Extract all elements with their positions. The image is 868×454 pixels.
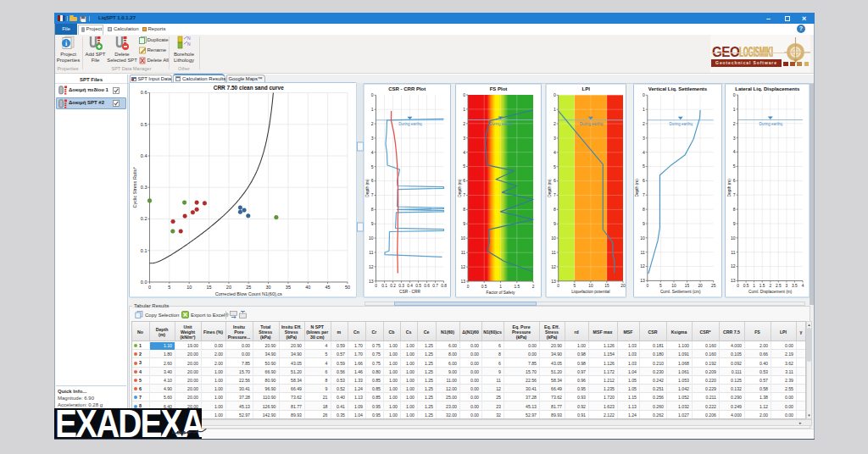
- svg-text:7: 7: [371, 192, 374, 197]
- svg-text:During earthq.: During earthq.: [760, 122, 784, 126]
- svg-text:0: 0: [371, 92, 374, 97]
- svg-text:0: 0: [737, 284, 739, 288]
- svg-text:4: 4: [643, 150, 645, 155]
- svg-text:5: 5: [643, 163, 645, 169]
- svg-text:0.6: 0.6: [141, 90, 147, 95]
- svg-text:During earthq.: During earthq.: [580, 122, 604, 126]
- svg-text:12: 12: [731, 263, 736, 269]
- svg-text:2: 2: [554, 121, 556, 126]
- svg-text:5: 5: [463, 163, 465, 169]
- svg-text:25: 25: [246, 285, 251, 290]
- svg-text:6: 6: [643, 178, 645, 183]
- svg-text:5: 5: [659, 284, 662, 288]
- svg-text:2: 2: [733, 121, 736, 126]
- svg-text:13: 13: [551, 279, 556, 284]
- svg-text:10: 10: [640, 235, 645, 241]
- svg-text:10: 10: [671, 284, 676, 288]
- svg-text:2: 2: [463, 121, 465, 126]
- svg-text:LPI: LPI: [582, 86, 591, 91]
- svg-text:8: 8: [463, 207, 465, 212]
- svg-text:3: 3: [733, 136, 736, 141]
- svg-text:During earthq.: During earthq.: [489, 122, 514, 126]
- svg-text:Depth (m): Depth (m): [727, 179, 732, 197]
- svg-text:5: 5: [554, 164, 556, 169]
- svg-text:7: 7: [643, 192, 645, 197]
- svg-text:13: 13: [369, 279, 374, 284]
- svg-text:CSR - CRR: CSR - CRR: [399, 290, 420, 294]
- svg-text:10: 10: [731, 235, 736, 241]
- svg-text:20: 20: [226, 285, 231, 290]
- svg-text:1: 1: [371, 107, 374, 112]
- svg-text:4: 4: [371, 150, 374, 155]
- svg-text:0: 0: [646, 284, 648, 288]
- svg-text:12: 12: [551, 264, 556, 269]
- svg-text:4: 4: [463, 150, 465, 155]
- svg-text:10: 10: [588, 284, 593, 288]
- svg-text:0.8: 0.8: [441, 284, 447, 288]
- svg-text:Cyclic Stress Ratio*: Cyclic Stress Ratio*: [132, 166, 137, 208]
- svg-text:7: 7: [463, 192, 465, 197]
- svg-text:5: 5: [371, 164, 374, 169]
- svg-text:13: 13: [460, 279, 465, 284]
- svg-text:1: 1: [733, 107, 736, 112]
- svg-text:12: 12: [640, 263, 645, 269]
- svg-text:1.5: 1.5: [514, 285, 520, 289]
- svg-text:12: 12: [460, 264, 465, 269]
- svg-text:9: 9: [733, 221, 736, 226]
- svg-text:6: 6: [554, 178, 556, 183]
- svg-text:35: 35: [286, 285, 291, 290]
- svg-text:5: 5: [573, 284, 576, 288]
- svg-text:6: 6: [371, 178, 374, 183]
- svg-text:Lateral Liq. Displacements: Lateral Liq. Displacements: [735, 86, 800, 91]
- svg-text:Factor of Safety: Factor of Safety: [487, 291, 515, 295]
- svg-text:0.5: 0.5: [481, 285, 487, 289]
- svg-text:0.1: 0.1: [141, 248, 147, 253]
- svg-text:13: 13: [640, 278, 645, 283]
- svg-text:1: 1: [753, 284, 755, 288]
- svg-text:8: 8: [733, 207, 736, 212]
- svg-text:CSR - CRR Plot: CSR - CRR Plot: [388, 86, 426, 91]
- svg-text:3: 3: [786, 284, 788, 288]
- svg-text:4: 4: [733, 149, 736, 154]
- svg-text:FS Plot: FS Plot: [490, 86, 508, 91]
- svg-text:0.4: 0.4: [141, 153, 147, 158]
- svg-text:2: 2: [532, 285, 535, 289]
- svg-text:15: 15: [685, 284, 690, 288]
- svg-text:3: 3: [643, 136, 645, 141]
- svg-text:Depth (m): Depth (m): [636, 179, 640, 197]
- svg-text:Corrected Blow Count N1(60),cs: Corrected Blow Count N1(60),cs: [215, 291, 282, 296]
- svg-text:40: 40: [305, 285, 310, 290]
- svg-text:25: 25: [711, 284, 716, 288]
- svg-text:3: 3: [554, 136, 556, 141]
- svg-text:50: 50: [345, 285, 350, 290]
- svg-text:5: 5: [168, 285, 170, 290]
- svg-text:9: 9: [371, 221, 374, 226]
- svg-text:11: 11: [461, 250, 465, 255]
- svg-text:3.5: 3.5: [792, 284, 798, 288]
- svg-text:10: 10: [551, 235, 556, 241]
- svg-text:8: 8: [554, 207, 556, 212]
- svg-text:7: 7: [554, 192, 556, 197]
- svg-text:9: 9: [463, 221, 465, 226]
- svg-text:10: 10: [369, 235, 374, 241]
- svg-text:0.1: 0.1: [381, 284, 387, 288]
- svg-text:2.5: 2.5: [776, 284, 782, 288]
- svg-text:0.3: 0.3: [398, 284, 404, 288]
- svg-text:4: 4: [554, 150, 556, 155]
- svg-text:During earthq.: During earthq.: [670, 122, 694, 126]
- svg-text:0.7: 0.7: [432, 284, 438, 288]
- svg-text:Depth (m): Depth (m): [458, 179, 462, 197]
- svg-text:During earthq.: During earthq.: [398, 122, 423, 126]
- svg-text:10: 10: [460, 235, 465, 241]
- svg-text:0.0: 0.0: [141, 280, 147, 285]
- svg-text:2: 2: [643, 121, 645, 126]
- svg-text:Vertical Liq. Settlements: Vertical Liq. Settlements: [648, 86, 708, 91]
- svg-text:0.5: 0.5: [415, 284, 421, 288]
- svg-text:0.6: 0.6: [424, 284, 430, 288]
- svg-text:1: 1: [554, 107, 556, 112]
- svg-text:6: 6: [733, 178, 736, 183]
- svg-text:0: 0: [375, 284, 377, 288]
- svg-text:9: 9: [554, 221, 556, 226]
- svg-text:30: 30: [266, 285, 271, 290]
- svg-text:8: 8: [643, 207, 645, 212]
